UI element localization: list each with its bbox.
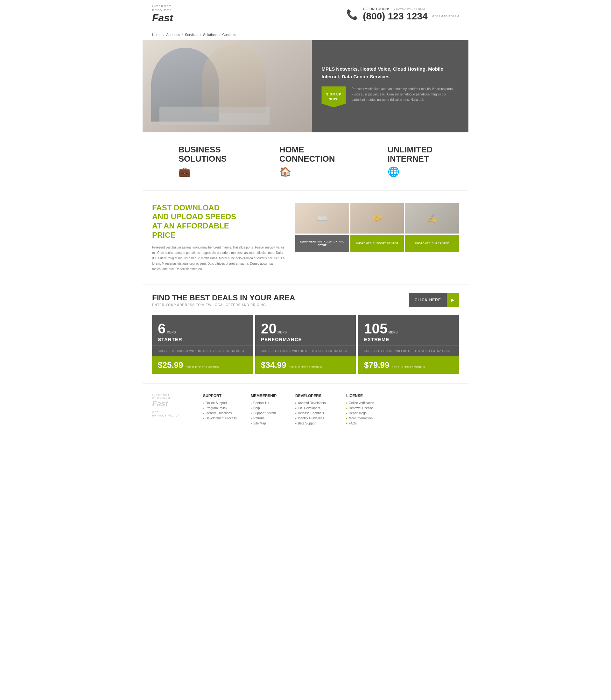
feature-home-icon: 🏠 xyxy=(279,166,335,177)
feature-home: HOME CONNECTION 🏠 xyxy=(279,145,335,177)
footer-link-android[interactable]: Android Developers xyxy=(298,401,326,405)
footer-col-membership: MEMBERSHIP ▸Contact Us ▸Help ▸Support Sy… xyxy=(251,393,286,427)
header: INTERNET PROVIDER Fast 📞 GET IN TOUCH: 7… xyxy=(143,0,468,29)
footer-link-site-map[interactable]: Site Map xyxy=(253,421,266,425)
footer-col-support: SUPPORT ▸Online Support ▸Program Policy … xyxy=(203,393,241,421)
footer-copyright: © 2014 xyxy=(152,411,193,414)
footer-logo-area: INTERNET PROVIDER Fast © 2014 PRIVACY PO… xyxy=(152,393,193,417)
feature-internet-icon: 🌐 xyxy=(388,166,433,177)
plan-starter: 6 MBPS STARTER ACCESS TO 100,000 WIFI HO… xyxy=(152,315,253,374)
plan-extreme: 105 MBPS EXTREME ACCESS TO 100,000 WIFI … xyxy=(358,315,459,374)
click-here-arrow-icon: ▶ xyxy=(447,293,459,307)
plan-3-name: EXTREME xyxy=(364,337,453,342)
footer-developers-title: DEVELOPERS xyxy=(295,393,337,398)
middle-section: FAST DOWNLOAD AND UPLOAD SPEEDS AT AN AF… xyxy=(143,191,468,284)
hours-label: 8:00 AM TO 3:00 AM xyxy=(432,15,459,18)
deals-title: FIND THE BEST DEALS IN YOUR AREA xyxy=(152,293,295,302)
footer-support-dev: ▸Development Process xyxy=(203,417,241,420)
grid-label-guarantee: CUSTOMER GUARANTEE xyxy=(405,235,459,252)
days-label: 7 DAYS A WEEK FROM xyxy=(394,7,425,11)
main-nav: Home / About us / Services / Solutions /… xyxy=(143,29,468,40)
nav-contacts[interactable]: Contacts xyxy=(222,33,236,36)
hero-tagline: MPLS Networks, Hosted Voice, Cloud Hosti… xyxy=(322,65,459,80)
footer-link-renewal-license[interactable]: Renewal License xyxy=(349,406,373,410)
plan-3-price-note: FOR THE FIRST 6 MONTHS xyxy=(392,365,425,369)
contact-info: GET IN TOUCH: 7 DAYS A WEEK FROM (800) 1… xyxy=(363,7,459,21)
nav-solutions[interactable]: Solutions xyxy=(203,33,217,36)
grid-img-typing: ⌨️ xyxy=(295,203,349,234)
click-here-button[interactable]: CLICK HERE ▶ xyxy=(409,293,459,307)
footer-privacy[interactable]: PRIVACY POLICY xyxy=(152,414,193,417)
footer: INTERNET PROVIDER Fast © 2014 PRIVACY PO… xyxy=(143,383,468,436)
logo-area: INTERNET PROVIDER Fast xyxy=(152,5,173,24)
footer-support-identity: ▸Identity Guidelines xyxy=(203,412,241,415)
plan-2-name: PERFORMANCE xyxy=(261,337,350,342)
plan-2-speed: 20 xyxy=(261,321,277,337)
footer-link-identity-guidelines-support[interactable]: Identity Guidelines xyxy=(206,412,232,415)
footer-support-program: ▸Program Policy xyxy=(203,406,241,410)
footer-link-program-policy[interactable]: Program Policy xyxy=(206,406,227,410)
plan-2-price-row: $34.99 FOR THE FIRST 6 MONTHS xyxy=(255,356,356,374)
footer-logo-name: Fast xyxy=(152,399,193,408)
grid-label-support: CUSTOMER SUPPORT CENTER xyxy=(351,235,404,252)
footer-link-help[interactable]: Help xyxy=(253,406,260,410)
plan-3-speed: 105 xyxy=(364,321,387,337)
hero-section: MPLS Networks, Hosted Voice, Cloud Hosti… xyxy=(143,40,468,132)
footer-link-contact-us[interactable]: Contact Us xyxy=(253,401,269,405)
plan-3-price-row: $79.99 FOR THE FIRST 6 MONTHS xyxy=(358,356,459,374)
hero-dark-panel: MPLS Networks, Hosted Voice, Cloud Hosti… xyxy=(312,40,468,132)
plan-3-unit: MBPS xyxy=(388,331,398,334)
footer-link-support-system[interactable]: Support System xyxy=(253,412,276,415)
footer-link-identity-guidelines-dev[interactable]: Identity Guidelines xyxy=(298,417,324,420)
plan-1-name: STARTER xyxy=(158,337,247,342)
plan-1-price: $25.99 xyxy=(158,360,183,370)
footer-link-more-information[interactable]: More information xyxy=(349,417,373,420)
nav-home[interactable]: Home xyxy=(152,33,161,36)
footer-link-faqs[interactable]: FAQs xyxy=(349,421,357,425)
sign-up-button[interactable]: SIGN UPNOW! xyxy=(322,86,346,107)
feature-business: BUSINESS SOLUTIONS 💼 xyxy=(179,145,227,177)
plan-2-price: $34.99 xyxy=(261,360,286,370)
logo-line2: PROVIDER xyxy=(152,9,173,12)
footer-link-release-channels[interactable]: Release Channels xyxy=(298,412,324,415)
nav-about[interactable]: About us xyxy=(166,33,180,36)
feature-business-title: BUSINESS SOLUTIONS xyxy=(179,145,227,163)
pricing-section: 6 MBPS STARTER ACCESS TO 100,000 WIFI HO… xyxy=(143,312,468,383)
hero-image xyxy=(143,40,312,132)
feature-internet: UNLIMITED INTERNET 🌐 xyxy=(388,145,433,177)
footer-license-title: LICENSE xyxy=(346,393,384,398)
plan-1-price-note: FOR THE FIRST 6 MONTHS xyxy=(186,365,219,369)
click-here-label: CLICK HERE xyxy=(409,293,447,307)
deals-subtitle: ENTER YOUR ADDRESS TO VIEW LOCAL OFFERS … xyxy=(152,303,295,307)
plan-2-price-note: FOR THE FIRST 6 MONTHS xyxy=(289,365,322,369)
footer-logo-line1: INTERNET xyxy=(152,393,193,397)
get-in-touch-label: GET IN TOUCH: xyxy=(363,7,389,11)
nav-sep-3: / xyxy=(200,32,201,36)
feature-internet-title: UNLIMITED INTERNET xyxy=(388,145,433,163)
contact-area: 📞 GET IN TOUCH: 7 DAYS A WEEK FROM (800)… xyxy=(346,7,459,21)
footer-col-license: LICENSE ▸Online verification ▸Renewal Li… xyxy=(346,393,384,427)
plan-1-feature: ACCESS TO 100,000 WIFI HOTSPOTS AT NO EX… xyxy=(152,345,253,356)
footer-support-online: ▸Online Support xyxy=(203,401,241,405)
nav-sep-4: / xyxy=(219,32,220,36)
plan-3-feature: ACCESS TO 100,000 WIFI HOTSPOTS AT NO EX… xyxy=(358,345,459,356)
footer-link-ios[interactable]: iOS Developers xyxy=(298,406,320,410)
feature-business-icon: 💼 xyxy=(179,166,227,177)
nav-services[interactable]: Services xyxy=(185,33,198,36)
footer-link-development-process[interactable]: Development Process xyxy=(206,417,237,420)
footer-link-beta-support[interactable]: Beta Support xyxy=(298,421,316,425)
plan-2-feature: ACCESS TO 100,000 WIFI HOTSPOTS AT NO EX… xyxy=(255,345,356,356)
phone-number: (800) 123 1234 xyxy=(363,11,428,21)
footer-support-title: SUPPORT xyxy=(203,393,241,398)
plan-1-unit: MBPS xyxy=(166,331,176,334)
plan-1-speed: 6 xyxy=(158,321,165,337)
footer-link-online-support[interactable]: Online Support xyxy=(206,401,227,405)
hero-desc: Praesent vestibulum aenean nonummy hendr… xyxy=(352,86,459,102)
feature-home-title: HOME CONNECTION xyxy=(279,145,335,163)
middle-right: ⌨️ 🤝 ✍️ EQUIPMENT INSTALLATION AND SETUP… xyxy=(295,203,459,252)
logo-line1: INTERNET xyxy=(152,5,173,9)
footer-link-online-verification[interactable]: Online verification xyxy=(349,401,374,405)
plan-performance: 20 MBPS PERFORMANCE ACCESS TO 100,000 WI… xyxy=(255,315,356,374)
footer-link-report-illegal[interactable]: Report illegal xyxy=(349,412,367,415)
footer-link-returns[interactable]: Returns xyxy=(253,417,265,420)
